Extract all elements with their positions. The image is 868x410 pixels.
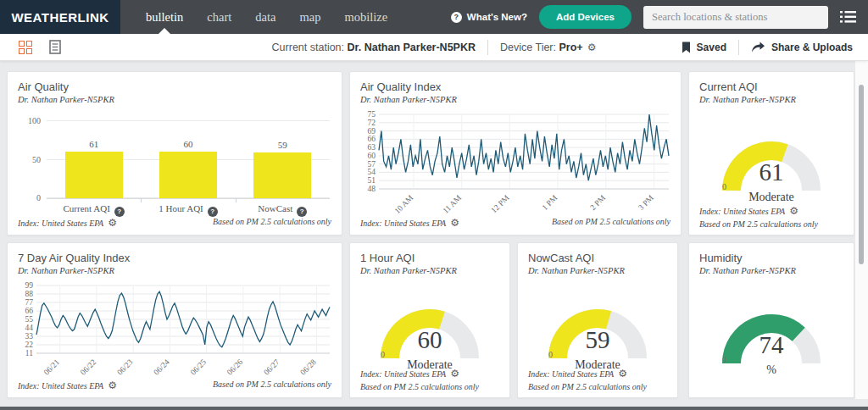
category-label: Current AQI	[47, 199, 141, 217]
device-tier-value: Pro+	[559, 42, 582, 53]
svg-text:06/25: 06/25	[189, 357, 209, 377]
epa-gear-icon[interactable]	[618, 368, 627, 380]
bulletin-view-icon[interactable]	[49, 40, 61, 54]
gauge-min-label: 0	[722, 355, 726, 364]
nav-tab-map[interactable]: map	[287, 0, 332, 34]
aqi-intraday-line-chart: 7572696663605754514810 AM11 AM12 PM1 PM2…	[357, 111, 674, 216]
help-circle-icon	[451, 12, 462, 23]
whats-new-label: What's New?	[467, 12, 527, 22]
nav-tab-bulletin[interactable]: bulletin	[134, 0, 195, 34]
svg-text:33: 33	[25, 332, 34, 341]
footer-basis: Based on PM 2.5 calculations only	[699, 219, 843, 229]
scrollbar-thumb[interactable]	[859, 85, 864, 264]
card-1hour-aqi: 1 Hour AQI Dr. Nathan Parker-N5PKR 60 Mo…	[349, 242, 510, 398]
gauge-value: 59	[534, 326, 661, 354]
card-title: Humidity	[689, 243, 854, 264]
svg-text:11: 11	[25, 349, 33, 357]
card-subtitle: Dr. Nathan Parker-N5PKR	[689, 93, 854, 104]
svg-text:88: 88	[25, 290, 34, 298]
epa-gear-icon[interactable]	[450, 217, 459, 229]
svg-text:51: 51	[368, 176, 376, 185]
footer-basis: Based on PM 2.5 calculations only	[552, 217, 670, 229]
svg-text:66: 66	[25, 307, 34, 315]
gauge-label: Moderate	[708, 191, 835, 204]
svg-text:69: 69	[368, 127, 376, 136]
svg-text:06/21: 06/21	[42, 357, 62, 377]
svg-text:60: 60	[368, 152, 376, 160]
bar-value: 61	[65, 139, 123, 149]
aqi-7day-line-chart: 99887766554433221106/2106/2206/2306/2406…	[14, 282, 335, 380]
saved-label: Saved	[697, 42, 726, 53]
footer-index: Index: United States EPA	[18, 217, 117, 229]
card-title: NowCast AQI	[518, 243, 677, 264]
share-uploads-button[interactable]: Share & Uploads	[751, 42, 853, 53]
nav-tab-chart[interactable]: chart	[195, 0, 243, 34]
card-subtitle: Dr. Nathan Parker-N5PKR	[689, 264, 854, 275]
share-uploads-label: Share & Uploads	[771, 42, 853, 53]
card-subtitle: Dr. Nathan Parker-N5PKR	[350, 264, 509, 275]
gauge-min-label: 0	[722, 182, 726, 191]
bar-1-hour-aqi[interactable]	[159, 152, 217, 198]
dashboard-grid: Air Quality Dr. Nathan Parker-N5PKR 0501…	[0, 61, 868, 410]
main-nav: bulletin chart data map mobilize	[134, 0, 399, 34]
help-icon[interactable]	[114, 207, 125, 217]
svg-text:66: 66	[368, 135, 376, 143]
bookmark-icon	[682, 42, 691, 53]
gauge-min-label: 0	[381, 350, 385, 359]
station-toolbar: Current station: Dr. Nathan Parker-N5PKR…	[0, 34, 868, 61]
add-devices-button[interactable]: Add Devices	[539, 5, 632, 29]
bar-current-aqi[interactable]	[65, 152, 123, 199]
help-icon[interactable]	[208, 207, 218, 217]
svg-text:10 AM: 10 AM	[392, 193, 415, 215]
card-title: Air Quality Index	[350, 72, 681, 93]
svg-text:2 PM: 2 PM	[588, 193, 607, 212]
epa-gear-icon[interactable]	[789, 205, 798, 217]
card-subtitle: Dr. Nathan Parker-N5PKR	[350, 93, 681, 104]
device-tier-gear-icon[interactable]	[587, 42, 597, 53]
card-current-aqi: Current AQI Dr. Nathan Parker-N5PKR 61 M…	[688, 71, 854, 235]
category-label: 1 Hour AQI	[141, 199, 235, 217]
gauge-unit-label: %	[708, 363, 835, 377]
svg-text:75: 75	[368, 111, 376, 119]
epa-gear-icon[interactable]	[450, 368, 459, 380]
share-arrow-icon	[751, 42, 765, 53]
card-air-quality: Air Quality Dr. Nathan Parker-N5PKR 0501…	[7, 71, 342, 235]
footer-basis: Based on PM 2.5 calculations only	[213, 380, 331, 391]
top-navbar: WEATHERLINK bulletin chart data map mobi…	[0, 0, 868, 34]
navbar-right: What's New? Add Devices	[451, 5, 868, 29]
footer-basis: Based on PM 2.5 calculations only	[213, 217, 331, 229]
menu-list-icon[interactable]	[840, 11, 856, 23]
svg-text:3 PM: 3 PM	[637, 193, 655, 212]
bar-value: 60	[159, 139, 217, 149]
svg-text:22: 22	[25, 341, 34, 349]
nav-tab-data[interactable]: data	[243, 0, 287, 34]
whats-new-link[interactable]: What's New?	[451, 12, 527, 23]
nav-tab-mobilize[interactable]: mobilize	[332, 0, 399, 34]
search-input[interactable]	[643, 6, 828, 29]
svg-text:11 AM: 11 AM	[442, 193, 464, 215]
svg-text:1 PM: 1 PM	[541, 193, 559, 212]
svg-text:12 PM: 12 PM	[489, 193, 511, 215]
aqi-bar-chart: 050100616059Current AQI1 Hour AQINowCast	[18, 109, 333, 217]
help-icon[interactable]	[297, 207, 307, 217]
gauge-value: 60	[366, 326, 493, 354]
saved-button[interactable]: Saved	[682, 42, 726, 53]
svg-text:55: 55	[25, 315, 34, 324]
card-subtitle: Dr. Nathan Parker-N5PKR	[8, 264, 342, 275]
grid-view-icon[interactable]	[19, 41, 32, 54]
svg-text:99: 99	[25, 282, 34, 290]
footer-basis: Based on PM 2.5 calculations only	[360, 382, 499, 391]
weatherlink-logo: WEATHERLINK	[0, 0, 120, 34]
scrollbar-track[interactable]	[855, 61, 868, 399]
bar-nowcast[interactable]	[253, 152, 311, 198]
svg-text:63: 63	[368, 143, 376, 152]
gauge-value: 61	[708, 158, 835, 186]
card-subtitle: Dr. Nathan Parker-N5PKR	[518, 264, 677, 275]
epa-gear-icon[interactable]	[108, 380, 117, 391]
svg-text:06/28: 06/28	[298, 357, 318, 377]
epa-gear-icon[interactable]	[108, 217, 117, 229]
footer-index: Index: United States EPA	[18, 380, 117, 391]
device-tier-label: Device Tier:	[500, 42, 556, 53]
card-7day-aqi: 7 Day Air Quality Index Dr. Nathan Parke…	[7, 242, 342, 398]
card-air-quality-index: Air Quality Index Dr. Nathan Parker-N5PK…	[349, 71, 682, 235]
